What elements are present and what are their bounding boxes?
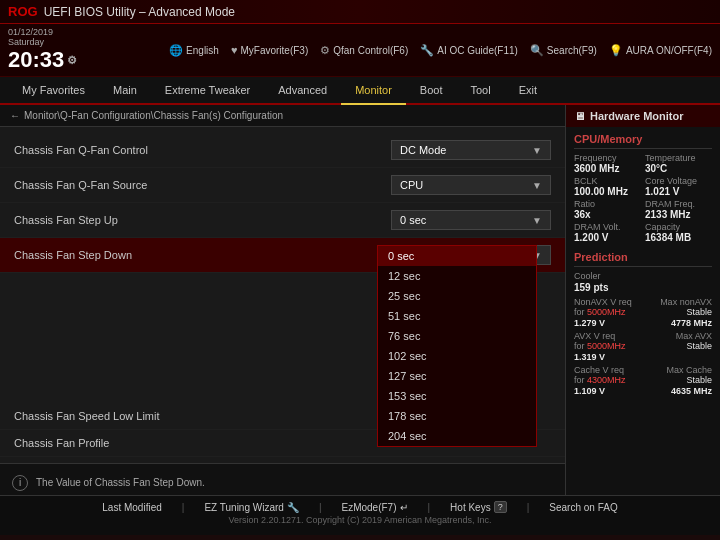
maxnonavx-label: Max nonAVXStable bbox=[660, 297, 712, 317]
qfan-source-value: CPU bbox=[400, 179, 423, 191]
nonavx-value: 1.279 V bbox=[574, 318, 605, 328]
dropdown-arrow-1: ▼ bbox=[532, 180, 542, 191]
step-down-dropdown-menu: 0 sec 12 sec 25 sec 51 sec 76 sec 102 se… bbox=[377, 245, 537, 447]
corevolt-value: 1.021 V bbox=[645, 186, 712, 197]
step-up-dropdown[interactable]: 0 sec ▼ bbox=[391, 210, 551, 230]
nav-exit[interactable]: Exit bbox=[505, 77, 551, 103]
ez-mode-button[interactable]: EzMode(F7) ↵ bbox=[341, 502, 407, 513]
myfavorite-button[interactable]: ♥ MyFavorite(F3) bbox=[231, 44, 308, 56]
dropdown-option-5[interactable]: 102 sec bbox=[378, 346, 536, 366]
dropdown-option-0[interactable]: 0 sec bbox=[378, 246, 536, 266]
settings-icon[interactable]: ⚙ bbox=[67, 54, 77, 67]
myfavorite-label: MyFavorite(F3) bbox=[240, 45, 308, 56]
aura-icon: 💡 bbox=[609, 44, 623, 57]
ratio-value: 36x bbox=[574, 209, 641, 220]
setting-row-step-down[interactable]: Chassis Fan Step Down 0 sec ▼ 0 sec 12 s… bbox=[0, 238, 565, 273]
qfan-label: Qfan Control(F6) bbox=[333, 45, 408, 56]
dropdown-option-2[interactable]: 25 sec bbox=[378, 286, 536, 306]
setting-row-qfan-source: Chassis Fan Q-Fan Source CPU ▼ bbox=[0, 168, 565, 203]
qfan-control-label: Chassis Fan Q-Fan Control bbox=[14, 144, 391, 156]
qfan-icon: ⚙ bbox=[320, 44, 330, 57]
dropdown-option-7[interactable]: 153 sec bbox=[378, 386, 536, 406]
hot-keys-button[interactable]: Hot Keys ? bbox=[450, 501, 507, 513]
nav-extreme-tweaker[interactable]: Extreme Tweaker bbox=[151, 77, 264, 103]
search-faq-button[interactable]: Search on FAQ bbox=[549, 502, 617, 513]
nav-advanced[interactable]: Advanced bbox=[264, 77, 341, 103]
bios-title: UEFI BIOS Utility – Advanced Mode bbox=[44, 5, 235, 19]
search-button[interactable]: 🔍 Search(F9) bbox=[530, 44, 597, 57]
cooler-label: Cooler bbox=[574, 271, 712, 281]
maxcache-label: Max CacheStable bbox=[666, 365, 712, 385]
monitor-icon: 🖥 bbox=[574, 110, 585, 122]
qfan-control-value: DC Mode bbox=[400, 144, 446, 156]
info-shortcuts: 🌐 English ♥ MyFavorite(F3) ⚙ Qfan Contro… bbox=[169, 44, 712, 57]
nav-main[interactable]: Main bbox=[99, 77, 151, 103]
settings-area: Chassis Fan Q-Fan Control DC Mode ▼ Chas… bbox=[0, 127, 565, 463]
footer-divider-2: | bbox=[319, 502, 322, 513]
dropdown-option-4[interactable]: 76 sec bbox=[378, 326, 536, 346]
qfan-control-dropdown[interactable]: DC Mode ▼ bbox=[391, 140, 551, 160]
avx-value: 1.319 V bbox=[574, 352, 605, 362]
hot-keys-label: Hot Keys bbox=[450, 502, 491, 513]
info-bar: 01/12/2019Saturday 20:33 ⚙ 🌐 English ♥ M… bbox=[0, 24, 720, 77]
language-label: English bbox=[186, 45, 219, 56]
nav-tool[interactable]: Tool bbox=[456, 77, 504, 103]
step-up-label: Chassis Fan Step Up bbox=[14, 214, 391, 226]
cpu-memory-grid: Frequency 3600 MHz Temperature 30°C BCLK… bbox=[574, 153, 712, 243]
temp-value: 30°C bbox=[645, 163, 712, 174]
nav-my-favorites[interactable]: My Favorites bbox=[8, 77, 99, 103]
freq-value: 3600 MHz bbox=[574, 163, 641, 174]
heart-icon: ♥ bbox=[231, 44, 238, 56]
dramvolt-value: 1.200 V bbox=[574, 232, 641, 243]
dropdown-option-3[interactable]: 51 sec bbox=[378, 306, 536, 326]
aura-button[interactable]: 💡 AURA ON/OFF(F4) bbox=[609, 44, 712, 57]
qfan-source-label: Chassis Fan Q-Fan Source bbox=[14, 179, 391, 191]
nav-bar: My Favorites Main Extreme Tweaker Advanc… bbox=[0, 77, 720, 105]
dropdown-arrow-0: ▼ bbox=[532, 145, 542, 156]
dropdown-option-9[interactable]: 204 sec bbox=[378, 426, 536, 446]
dropdown-option-8[interactable]: 178 sec bbox=[378, 406, 536, 426]
breadcrumb-arrow: ← bbox=[10, 110, 20, 121]
nav-monitor[interactable]: Monitor bbox=[341, 77, 406, 105]
rog-logo: ROG bbox=[8, 4, 38, 19]
aura-label: AURA ON/OFF(F4) bbox=[626, 45, 712, 56]
last-modified-button[interactable]: Last Modified bbox=[102, 502, 161, 513]
breadcrumb: ← Monitor\Q-Fan Configuration\Chassis Fa… bbox=[0, 105, 565, 127]
language-selector[interactable]: 🌐 English bbox=[169, 44, 219, 57]
cooler-value: 159 pts bbox=[574, 282, 712, 293]
ez-tuning-button[interactable]: EZ Tuning Wizard 🔧 bbox=[204, 502, 298, 513]
maxnonavx-value: 4778 MHz bbox=[671, 318, 712, 328]
search-icon: 🔍 bbox=[530, 44, 544, 57]
maxcache-value: 4635 MHz bbox=[671, 386, 712, 396]
aioc-button[interactable]: 🔧 AI OC Guide(F11) bbox=[420, 44, 518, 57]
qfan-source-dropdown[interactable]: CPU ▼ bbox=[391, 175, 551, 195]
dropdown-option-1[interactable]: 12 sec bbox=[378, 266, 536, 286]
footer: Last Modified | EZ Tuning Wizard 🔧 | EzM… bbox=[0, 495, 720, 535]
capacity-value: 16384 MB bbox=[645, 232, 712, 243]
step-down-label: Chassis Fan Step Down bbox=[14, 249, 391, 261]
bottom-info-text: The Value of Chassis Fan Step Down. bbox=[36, 477, 205, 488]
dramfreq-value: 2133 MHz bbox=[645, 209, 712, 220]
hardware-monitor-panel: 🖥 Hardware Monitor CPU/Memory Frequency … bbox=[565, 105, 720, 495]
main-content: ← Monitor\Q-Fan Configuration\Chassis Fa… bbox=[0, 105, 720, 495]
prediction-section: Prediction Cooler 159 pts NonAVX V reqfo… bbox=[574, 251, 712, 396]
nav-boot[interactable]: Boot bbox=[406, 77, 457, 103]
footer-copyright: Version 2.20.1271. Copyright (C) 2019 Am… bbox=[228, 515, 491, 525]
nonavx-label: NonAVX V reqfor 5000MHz bbox=[574, 297, 632, 317]
capacity-label: Capacity bbox=[645, 222, 712, 232]
globe-icon: 🌐 bbox=[169, 44, 183, 57]
footer-divider-4: | bbox=[527, 502, 530, 513]
title-bar: ROG UEFI BIOS Utility – Advanced Mode bbox=[0, 0, 720, 24]
time-display: 20:33 ⚙ bbox=[8, 47, 77, 73]
footer-divider-3: | bbox=[428, 502, 431, 513]
dropdown-option-6[interactable]: 127 sec bbox=[378, 366, 536, 386]
setting-row-step-up: Chassis Fan Step Up 0 sec ▼ bbox=[0, 203, 565, 238]
temp-label: Temperature bbox=[645, 153, 712, 163]
cache-value: 1.109 V bbox=[574, 386, 605, 396]
qfan-button[interactable]: ⚙ Qfan Control(F6) bbox=[320, 44, 408, 57]
ez-mode-icon: ↵ bbox=[400, 502, 408, 513]
last-modified-label: Last Modified bbox=[102, 502, 161, 513]
left-panel: ← Monitor\Q-Fan Configuration\Chassis Fa… bbox=[0, 105, 565, 495]
prediction-title: Prediction bbox=[574, 251, 712, 267]
aioc-icon: 🔧 bbox=[420, 44, 434, 57]
